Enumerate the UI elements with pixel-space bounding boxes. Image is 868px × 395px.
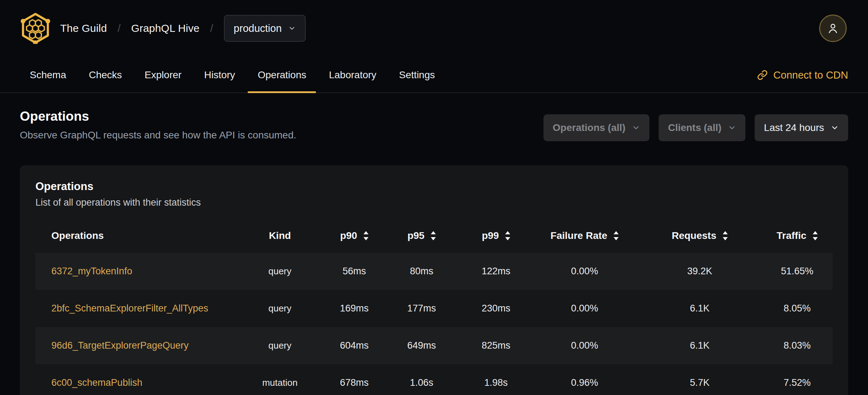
column-header-failure-rate[interactable]: Failure Rate	[531, 230, 638, 241]
failure-rate-cell: 0.00%	[531, 253, 638, 290]
connect-to-cdn-button[interactable]: Connect to CDN	[757, 58, 848, 92]
p99-cell: 230ms	[461, 290, 531, 327]
requests-cell: 5.7K	[638, 364, 762, 395]
column-header-p90[interactable]: p90	[326, 230, 383, 241]
traffic-cell: 8.03%	[762, 327, 833, 364]
link-icon	[757, 70, 768, 80]
column-label: Operations	[51, 230, 104, 241]
operations-filter-label: Operations (all)	[553, 122, 625, 133]
time-range-dropdown[interactable]: Last 24 hours	[755, 114, 848, 141]
p99-cell: 1.98s	[461, 364, 531, 395]
p90-cell: 169ms	[326, 290, 383, 327]
operation-link[interactable]: 6c00_schemaPublish	[51, 377, 142, 388]
filters-toolbar: Operations (all) Clients (all) Last 24 h…	[543, 114, 848, 141]
tab-label: Operations	[258, 69, 306, 81]
breadcrumb-project[interactable]: GraphQL Hive	[131, 22, 199, 34]
kind-cell: query	[234, 253, 326, 290]
sort-arrows-icon[interactable]	[723, 231, 728, 240]
column-header-kind: Kind	[234, 230, 326, 241]
user-icon	[827, 22, 839, 35]
traffic-cell: 7.52%	[762, 364, 833, 395]
operations-filter-dropdown[interactable]: Operations (all)	[543, 114, 649, 141]
sort-arrows-icon[interactable]	[505, 231, 510, 240]
tab-schema[interactable]: Schema	[20, 58, 76, 92]
operations-card: Operations List of all operations with t…	[20, 165, 848, 395]
column-header-traffic[interactable]: Traffic	[762, 230, 833, 241]
tab-label: History	[204, 69, 235, 81]
connect-to-cdn-label: Connect to CDN	[773, 69, 848, 81]
tab-checks[interactable]: Checks	[79, 58, 132, 92]
card-subtitle: List of all operations with their statis…	[20, 197, 848, 208]
column-header-p95[interactable]: p95	[383, 230, 461, 241]
column-header-operations: Operations	[35, 230, 234, 241]
operations-table: Operations Kind p90 p95 p99 Failure Rate…	[35, 219, 833, 395]
requests-cell: 39.2K	[638, 253, 762, 290]
page-title: Operations	[20, 109, 296, 124]
clients-filter-dropdown[interactable]: Clients (all)	[659, 114, 745, 141]
p90-cell: 56ms	[326, 253, 383, 290]
page-title-block: Operations Observe GraphQL requests and …	[20, 109, 296, 141]
sort-arrows-icon[interactable]	[813, 231, 818, 240]
environment-dropdown-label: production	[234, 23, 282, 34]
tab-history[interactable]: History	[194, 58, 245, 92]
primary-nav: Schema Checks Explorer History Operation…	[0, 58, 868, 93]
column-label: Requests	[672, 230, 716, 241]
tab-label: Checks	[89, 69, 122, 81]
page-header: Operations Observe GraphQL requests and …	[20, 109, 848, 141]
time-range-label: Last 24 hours	[764, 122, 824, 133]
p99-cell: 825ms	[461, 327, 531, 364]
chevron-down-icon	[728, 124, 736, 132]
table-row: 2bfc_SchemaExplorerFilter_AllTypes query…	[35, 290, 833, 327]
tab-label: Settings	[399, 69, 435, 81]
p95-cell: 177ms	[383, 290, 461, 327]
sort-arrows-icon[interactable]	[363, 231, 368, 240]
page-subtitle: Observe GraphQL requests and see how the…	[20, 129, 296, 141]
sort-arrows-icon[interactable]	[614, 231, 619, 240]
column-header-requests[interactable]: Requests	[638, 230, 762, 241]
column-label: Traffic	[777, 230, 806, 241]
tab-label: Explorer	[145, 69, 181, 81]
clients-filter-label: Clients (all)	[668, 122, 721, 133]
chevron-down-icon	[288, 24, 296, 32]
failure-rate-cell: 0.96%	[531, 364, 638, 395]
table-row: 96d6_TargetExplorerPageQuery query 604ms…	[35, 327, 833, 364]
user-avatar-button[interactable]	[819, 15, 847, 42]
kind-cell: query	[234, 290, 326, 327]
breadcrumb-org[interactable]: The Guild	[60, 22, 107, 34]
operation-link[interactable]: 96d6_TargetExplorerPageQuery	[51, 340, 188, 351]
table-row: 6c00_schemaPublish mutation 678ms 1.06s …	[35, 364, 833, 395]
table-header-row: Operations Kind p90 p95 p99 Failure Rate…	[35, 219, 833, 253]
chevron-down-icon	[830, 124, 839, 132]
table-row: 6372_myTokenInfo query 56ms 80ms 122ms 0…	[35, 253, 833, 290]
tab-operations[interactable]: Operations	[248, 58, 316, 92]
column-label: p95	[407, 230, 424, 241]
breadcrumb-separator: /	[118, 22, 120, 34]
p95-cell: 1.06s	[383, 364, 461, 395]
failure-rate-cell: 0.00%	[531, 327, 638, 364]
requests-cell: 6.1K	[638, 290, 762, 327]
traffic-cell: 51.65%	[762, 253, 833, 290]
operation-link[interactable]: 2bfc_SchemaExplorerFilter_AllTypes	[51, 303, 208, 314]
column-label: p99	[482, 230, 499, 241]
hive-logo-icon[interactable]	[20, 13, 51, 44]
operation-link[interactable]: 6372_myTokenInfo	[51, 266, 132, 276]
top-bar: The Guild / GraphQL Hive / production	[0, 0, 868, 44]
tab-settings[interactable]: Settings	[389, 58, 445, 92]
p90-cell: 678ms	[326, 364, 383, 395]
chevron-down-icon	[632, 124, 640, 132]
kind-cell: query	[234, 327, 326, 364]
environment-dropdown[interactable]: production	[224, 15, 306, 42]
tab-explorer[interactable]: Explorer	[135, 58, 191, 92]
requests-cell: 6.1K	[638, 327, 762, 364]
column-label: Kind	[269, 230, 291, 241]
column-header-p99[interactable]: p99	[461, 230, 531, 241]
p95-cell: 80ms	[383, 253, 461, 290]
kind-cell: mutation	[234, 364, 326, 395]
column-label: Failure Rate	[551, 230, 607, 241]
p95-cell: 649ms	[383, 327, 461, 364]
main-content: Operations Observe GraphQL requests and …	[0, 109, 868, 395]
p90-cell: 604ms	[326, 327, 383, 364]
tab-laboratory[interactable]: Laboratory	[319, 58, 386, 92]
sort-arrows-icon[interactable]	[431, 231, 436, 240]
card-title: Operations	[20, 180, 848, 193]
